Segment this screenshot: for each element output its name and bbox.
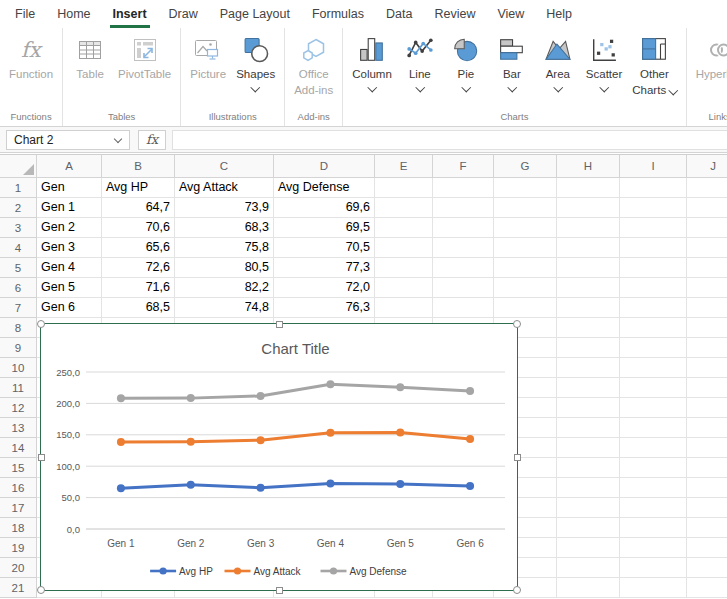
cell-E3[interactable]	[375, 218, 433, 238]
cell-H21[interactable]	[557, 578, 620, 598]
cell-H19[interactable]	[557, 538, 620, 558]
row-header-17[interactable]: 17	[0, 498, 37, 518]
cell-J11[interactable]	[687, 378, 727, 398]
bar-button[interactable]: Bar	[491, 35, 533, 91]
cell-B2[interactable]: 64,7	[102, 198, 175, 218]
area-button[interactable]: Area	[537, 35, 579, 91]
cell-H14[interactable]	[557, 438, 620, 458]
cell-J4[interactable]	[687, 238, 727, 258]
cell-H2[interactable]	[557, 198, 620, 218]
cell-G3[interactable]	[494, 218, 557, 238]
cell-B7[interactable]: 68,5	[102, 298, 175, 318]
cell-E4[interactable]	[375, 238, 433, 258]
row-header-12[interactable]: 12	[0, 398, 37, 418]
row-header-1[interactable]: 1	[0, 178, 37, 198]
cell-J13[interactable]	[687, 418, 727, 438]
cell-H18[interactable]	[557, 518, 620, 538]
embedded-chart[interactable]: Chart Title0,050,0100,0150,0200,0250,0Ge…	[40, 323, 518, 591]
cell-C6[interactable]: 82,2	[175, 278, 274, 298]
tab-insert[interactable]: Insert	[102, 0, 158, 28]
cell-D5[interactable]: 77,3	[274, 258, 375, 278]
tab-review[interactable]: Review	[423, 0, 486, 28]
chevron-down-icon[interactable]	[599, 83, 608, 92]
cell-J17[interactable]	[687, 498, 727, 518]
column-button[interactable]: Column	[349, 35, 395, 91]
chevron-down-icon[interactable]	[461, 83, 470, 92]
cell-C4[interactable]: 75,8	[175, 238, 274, 258]
tab-file[interactable]: File	[4, 0, 46, 28]
cell-A3[interactable]: Gen 2	[37, 218, 102, 238]
chart-resize-handle[interactable]	[513, 586, 521, 594]
cell-F7[interactable]	[433, 298, 494, 318]
cell-H9[interactable]	[557, 338, 620, 358]
cell-A7[interactable]: Gen 6	[37, 298, 102, 318]
cell-I16[interactable]	[620, 478, 687, 498]
cell-J3[interactable]	[687, 218, 727, 238]
cell-B6[interactable]: 71,6	[102, 278, 175, 298]
tab-view[interactable]: View	[486, 0, 535, 28]
row-header-20[interactable]: 20	[0, 558, 37, 578]
formula-input[interactable]	[172, 130, 727, 150]
cell-J21[interactable]	[687, 578, 727, 598]
cell-H20[interactable]	[557, 558, 620, 578]
tab-data[interactable]: Data	[375, 0, 423, 28]
column-header-E[interactable]: E	[375, 155, 433, 178]
cell-H12[interactable]	[557, 398, 620, 418]
cell-H7[interactable]	[557, 298, 620, 318]
row-header-14[interactable]: 14	[0, 438, 37, 458]
cell-B3[interactable]: 70,6	[102, 218, 175, 238]
cell-A1[interactable]: Gen	[37, 178, 102, 198]
cell-J9[interactable]	[687, 338, 727, 358]
tab-home[interactable]: Home	[46, 0, 101, 28]
column-header-J[interactable]: J	[687, 155, 727, 178]
tab-help[interactable]: Help	[535, 0, 583, 28]
scatter-button[interactable]: Scatter	[583, 35, 625, 91]
chart-resize-handle[interactable]	[276, 321, 283, 328]
cell-I9[interactable]	[620, 338, 687, 358]
row-header-21[interactable]: 21	[0, 578, 37, 598]
cell-C3[interactable]: 68,3	[175, 218, 274, 238]
cell-J8[interactable]	[687, 318, 727, 338]
cell-J7[interactable]	[687, 298, 727, 318]
cell-A5[interactable]: Gen 4	[37, 258, 102, 278]
chart-resize-handle[interactable]	[514, 454, 521, 461]
column-header-C[interactable]: C	[175, 155, 274, 178]
cell-J5[interactable]	[687, 258, 727, 278]
cell-H16[interactable]	[557, 478, 620, 498]
insert-function-button[interactable]: fx	[138, 130, 166, 150]
cell-F4[interactable]	[433, 238, 494, 258]
cell-I5[interactable]	[620, 258, 687, 278]
row-header-8[interactable]: 8	[0, 318, 37, 338]
chevron-down-icon[interactable]	[507, 83, 516, 92]
column-header-F[interactable]: F	[433, 155, 494, 178]
cell-I6[interactable]	[620, 278, 687, 298]
cell-J14[interactable]	[687, 438, 727, 458]
chart-resize-handle[interactable]	[276, 587, 283, 594]
cell-J16[interactable]	[687, 478, 727, 498]
cell-I15[interactable]	[620, 458, 687, 478]
pie-button[interactable]: Pie	[445, 35, 487, 91]
cell-C1[interactable]: Avg Attack	[175, 178, 274, 198]
cell-I3[interactable]	[620, 218, 687, 238]
cell-F3[interactable]	[433, 218, 494, 238]
cell-I7[interactable]	[620, 298, 687, 318]
cell-E1[interactable]	[375, 178, 433, 198]
chart-resize-handle[interactable]	[37, 586, 45, 594]
cell-J19[interactable]	[687, 538, 727, 558]
cell-C2[interactable]: 73,9	[175, 198, 274, 218]
cell-I21[interactable]	[620, 578, 687, 598]
cell-F6[interactable]	[433, 278, 494, 298]
column-header-A[interactable]: A	[37, 155, 102, 178]
column-header-H[interactable]: H	[557, 155, 620, 178]
cell-D1[interactable]: Avg Defense	[274, 178, 375, 198]
cell-J18[interactable]	[687, 518, 727, 538]
cell-H8[interactable]	[557, 318, 620, 338]
row-header-3[interactable]: 3	[0, 218, 37, 238]
column-header-G[interactable]: G	[494, 155, 557, 178]
cell-J10[interactable]	[687, 358, 727, 378]
chart-resize-handle[interactable]	[37, 320, 45, 328]
cell-E5[interactable]	[375, 258, 433, 278]
row-header-9[interactable]: 9	[0, 338, 37, 358]
column-header-I[interactable]: I	[620, 155, 687, 178]
cell-I4[interactable]	[620, 238, 687, 258]
